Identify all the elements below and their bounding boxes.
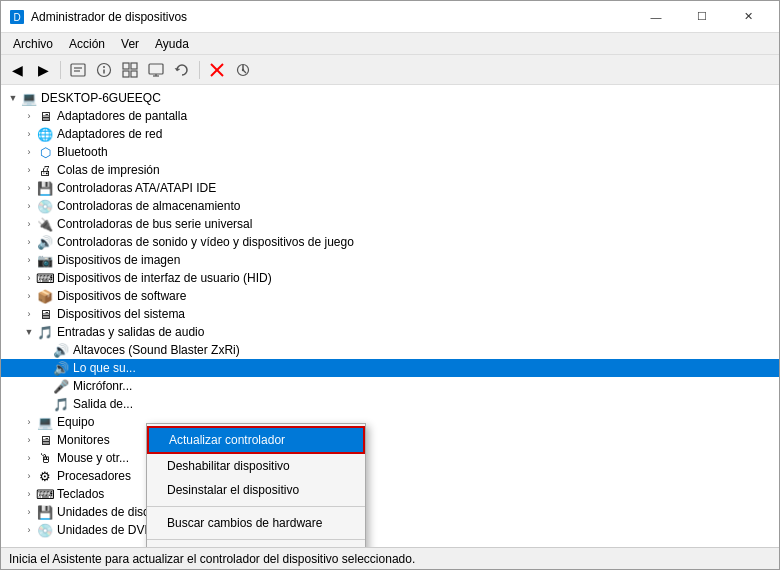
item-label: Teclados — [57, 487, 104, 501]
imaging-icon: 📷 — [37, 252, 53, 268]
title-controls: — ☐ ✕ — [633, 1, 771, 33]
ctx-uninstall-device[interactable]: Desinstalar el dispositivo — [147, 478, 365, 502]
list-item[interactable]: › 🖱 Mouse y otr... — [1, 449, 779, 467]
expand-btn[interactable]: › — [21, 108, 37, 124]
svg-rect-2 — [71, 64, 85, 76]
list-item-selected[interactable]: 🔊 Lo que su... — [1, 359, 779, 377]
mouse-icon: 🖱 — [37, 450, 53, 466]
speaker-icon: 🔊 — [53, 342, 69, 358]
expand-btn[interactable]: › — [21, 522, 37, 538]
list-item[interactable]: › ⌨ Teclados — [1, 485, 779, 503]
menu-ayuda[interactable]: Ayuda — [147, 35, 197, 53]
item-label: Dispositivos de software — [57, 289, 186, 303]
remove-button[interactable] — [205, 58, 229, 82]
menu-archivo[interactable]: Archivo — [5, 35, 61, 53]
list-item[interactable]: › 🔊 Controladoras de sonido y vídeo y di… — [1, 233, 779, 251]
tree-root[interactable]: ▼ 💻 DESKTOP-6GUEEQC — [1, 89, 779, 107]
window-title: Administrador de dispositivos — [31, 10, 633, 24]
item-label: Controladoras ATA/ATAPI IDE — [57, 181, 216, 195]
expand-btn[interactable]: › — [21, 198, 37, 214]
expand-btn[interactable]: › — [21, 234, 37, 250]
sysdev-icon: 🖥 — [37, 306, 53, 322]
svg-text:D: D — [13, 12, 20, 23]
monitor-button[interactable] — [144, 58, 168, 82]
expand-root[interactable]: ▼ — [5, 90, 21, 106]
print-icon: 🖨 — [37, 162, 53, 178]
svg-line-20 — [243, 70, 246, 73]
ctx-scan-changes[interactable]: Buscar cambios de hardware — [147, 511, 365, 535]
list-item[interactable]: › 💿 Unidades de DVD o CD-ROM — [1, 521, 779, 539]
item-label: Lo que su... — [73, 361, 136, 375]
expand-btn[interactable]: › — [21, 288, 37, 304]
item-label: Dispositivos de interfaz de usuario (HID… — [57, 271, 272, 285]
list-item[interactable]: › 🔌 Controladoras de bus serie universal — [1, 215, 779, 233]
menu-ver[interactable]: Ver — [113, 35, 147, 53]
list-item[interactable]: › ⬡ Bluetooth — [1, 143, 779, 161]
item-label: Controladoras de sonido y vídeo y dispos… — [57, 235, 354, 249]
expand-btn[interactable]: › — [21, 252, 37, 268]
list-item[interactable]: › 🖥 Monitores — [1, 431, 779, 449]
list-item[interactable]: › 🌐 Adaptadores de red — [1, 125, 779, 143]
network-icon: 🌐 — [37, 126, 53, 142]
item-label: Unidades de disco — [57, 505, 156, 519]
list-item[interactable]: › 📦 Dispositivos de software — [1, 287, 779, 305]
maximize-button[interactable]: ☐ — [679, 1, 725, 33]
list-item[interactable]: › 📷 Dispositivos de imagen — [1, 251, 779, 269]
expand-btn[interactable]: › — [21, 414, 37, 430]
device-list-button[interactable] — [118, 58, 142, 82]
device-tree[interactable]: ▼ 💻 DESKTOP-6GUEEQC › 🖥 Adaptadores de p… — [1, 85, 779, 547]
ctx-update-driver[interactable]: Actualizar controlador — [147, 426, 365, 454]
expand-btn[interactable]: › — [21, 450, 37, 466]
ctx-properties[interactable]: Propiedades — [147, 544, 365, 547]
ctx-separator-1 — [147, 506, 365, 507]
monitor-icon: 🖥 — [37, 432, 53, 448]
list-item[interactable]: › 🖨 Colas de impresión — [1, 161, 779, 179]
expand-btn[interactable]: ▼ — [21, 324, 37, 340]
scan-button[interactable] — [231, 58, 255, 82]
list-item[interactable]: › 💿 Controladoras de almacenamiento — [1, 197, 779, 215]
menu-bar: Archivo Acción Ver Ayuda — [1, 33, 779, 55]
list-item[interactable]: › 💾 Controladoras ATA/ATAPI IDE — [1, 179, 779, 197]
info-button[interactable] — [92, 58, 116, 82]
expand-btn[interactable]: › — [21, 468, 37, 484]
list-item[interactable]: 🎤 Micrófonr... — [1, 377, 779, 395]
expand-btn[interactable]: › — [21, 144, 37, 160]
item-label: Altavoces (Sound Blaster ZxRi) — [73, 343, 240, 357]
menu-accion[interactable]: Acción — [61, 35, 113, 53]
list-item[interactable]: 🔊 Altavoces (Sound Blaster ZxRi) — [1, 341, 779, 359]
disk-icon: 💾 — [37, 504, 53, 520]
properties-button[interactable] — [66, 58, 90, 82]
root-label: DESKTOP-6GUEEQC — [41, 91, 161, 105]
expand-btn[interactable]: › — [21, 180, 37, 196]
refresh-button[interactable] — [170, 58, 194, 82]
item-label: Controladoras de bus serie universal — [57, 217, 252, 231]
expand-btn[interactable]: › — [21, 126, 37, 142]
ctx-disable-device[interactable]: Deshabilitar dispositivo — [147, 454, 365, 478]
expand-btn[interactable]: › — [21, 306, 37, 322]
expand-btn[interactable]: › — [21, 216, 37, 232]
list-item[interactable]: ▼ 🎵 Entradas y salidas de audio — [1, 323, 779, 341]
expand-btn[interactable]: › — [21, 432, 37, 448]
list-item[interactable]: › ⌨ Dispositivos de interfaz de usuario … — [1, 269, 779, 287]
list-item[interactable]: 🎵 Salida de... — [1, 395, 779, 413]
close-button[interactable]: ✕ — [725, 1, 771, 33]
forward-button[interactable]: ▶ — [31, 58, 55, 82]
back-button[interactable]: ◀ — [5, 58, 29, 82]
list-item[interactable]: › 💻 Equipo — [1, 413, 779, 431]
expand-btn[interactable]: › — [21, 162, 37, 178]
item-label: Dispositivos de imagen — [57, 253, 180, 267]
mic-icon: 🎤 — [53, 378, 69, 394]
item-label: Mouse y otr... — [57, 451, 129, 465]
expand-btn — [37, 342, 53, 358]
list-item[interactable]: › ⚙ Procesadores — [1, 467, 779, 485]
expand-btn[interactable]: › — [21, 504, 37, 520]
list-item[interactable]: › 🖥 Adaptadores de pantalla — [1, 107, 779, 125]
list-item[interactable]: › 🖥 Dispositivos del sistema — [1, 305, 779, 323]
list-item[interactable]: › 💾 Unidades de disco — [1, 503, 779, 521]
item-label: Controladoras de almacenamiento — [57, 199, 240, 213]
minimize-button[interactable]: — — [633, 1, 679, 33]
adapter-icon: 🖥 — [37, 108, 53, 124]
loopback-icon: 🔊 — [53, 360, 69, 376]
item-label: Procesadores — [57, 469, 131, 483]
output-icon: 🎵 — [53, 396, 69, 412]
